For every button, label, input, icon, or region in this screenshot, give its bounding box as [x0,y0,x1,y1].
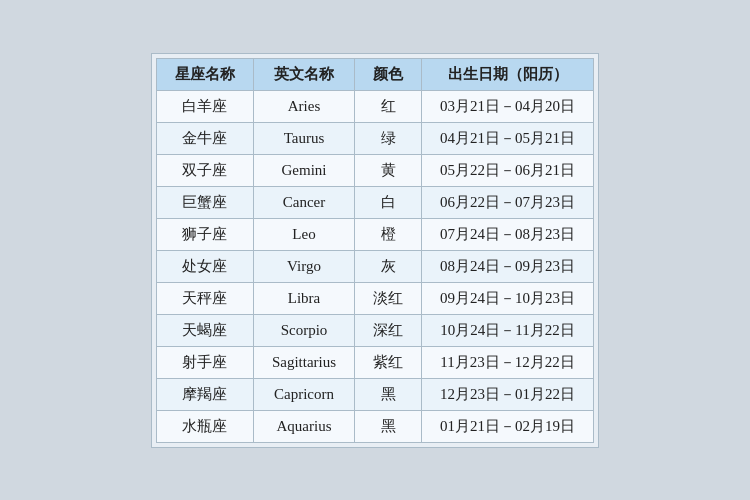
cell-10-1: Aquarius [253,410,354,442]
cell-0-1: Aries [253,90,354,122]
cell-10-0: 水瓶座 [156,410,253,442]
cell-2-3: 05月22日－06月21日 [422,154,594,186]
column-header: 星座名称 [156,58,253,90]
cell-9-0: 摩羯座 [156,378,253,410]
cell-5-2: 灰 [355,250,422,282]
cell-7-1: Scorpio [253,314,354,346]
cell-10-2: 黑 [355,410,422,442]
cell-8-0: 射手座 [156,346,253,378]
cell-0-2: 红 [355,90,422,122]
cell-3-1: Cancer [253,186,354,218]
cell-1-1: Taurus [253,122,354,154]
table-row: 摩羯座Capricorn黑12月23日－01月22日 [156,378,593,410]
cell-3-3: 06月22日－07月23日 [422,186,594,218]
cell-6-0: 天秤座 [156,282,253,314]
cell-2-2: 黄 [355,154,422,186]
column-header: 出生日期（阳历） [422,58,594,90]
zodiac-table-container: 星座名称英文名称颜色出生日期（阳历） 白羊座Aries红03月21日－04月20… [151,53,599,448]
cell-1-0: 金牛座 [156,122,253,154]
cell-4-3: 07月24日－08月23日 [422,218,594,250]
cell-8-1: Sagittarius [253,346,354,378]
cell-5-1: Virgo [253,250,354,282]
table-row: 巨蟹座Cancer白06月22日－07月23日 [156,186,593,218]
cell-10-3: 01月21日－02月19日 [422,410,594,442]
table-row: 白羊座Aries红03月21日－04月20日 [156,90,593,122]
cell-0-0: 白羊座 [156,90,253,122]
cell-1-3: 04月21日－05月21日 [422,122,594,154]
table-row: 处女座Virgo灰08月24日－09月23日 [156,250,593,282]
cell-7-0: 天蝎座 [156,314,253,346]
cell-3-0: 巨蟹座 [156,186,253,218]
column-header: 颜色 [355,58,422,90]
table-body: 白羊座Aries红03月21日－04月20日金牛座Taurus绿04月21日－0… [156,90,593,442]
table-row: 双子座Gemini黄05月22日－06月21日 [156,154,593,186]
cell-9-1: Capricorn [253,378,354,410]
cell-5-0: 处女座 [156,250,253,282]
cell-4-2: 橙 [355,218,422,250]
cell-6-2: 淡红 [355,282,422,314]
column-header: 英文名称 [253,58,354,90]
cell-0-3: 03月21日－04月20日 [422,90,594,122]
cell-2-0: 双子座 [156,154,253,186]
cell-2-1: Gemini [253,154,354,186]
table-row: 天蝎座Scorpio深红10月24日－11月22日 [156,314,593,346]
cell-1-2: 绿 [355,122,422,154]
table-row: 水瓶座Aquarius黑01月21日－02月19日 [156,410,593,442]
table-row: 金牛座Taurus绿04月21日－05月21日 [156,122,593,154]
cell-9-2: 黑 [355,378,422,410]
table-header-row: 星座名称英文名称颜色出生日期（阳历） [156,58,593,90]
cell-7-3: 10月24日－11月22日 [422,314,594,346]
cell-8-3: 11月23日－12月22日 [422,346,594,378]
cell-4-1: Leo [253,218,354,250]
cell-8-2: 紫红 [355,346,422,378]
cell-9-3: 12月23日－01月22日 [422,378,594,410]
cell-7-2: 深红 [355,314,422,346]
cell-3-2: 白 [355,186,422,218]
cell-6-1: Libra [253,282,354,314]
cell-6-3: 09月24日－10月23日 [422,282,594,314]
cell-5-3: 08月24日－09月23日 [422,250,594,282]
table-row: 狮子座Leo橙07月24日－08月23日 [156,218,593,250]
cell-4-0: 狮子座 [156,218,253,250]
zodiac-table: 星座名称英文名称颜色出生日期（阳历） 白羊座Aries红03月21日－04月20… [156,58,594,443]
table-row: 射手座Sagittarius紫红11月23日－12月22日 [156,346,593,378]
table-row: 天秤座Libra淡红09月24日－10月23日 [156,282,593,314]
